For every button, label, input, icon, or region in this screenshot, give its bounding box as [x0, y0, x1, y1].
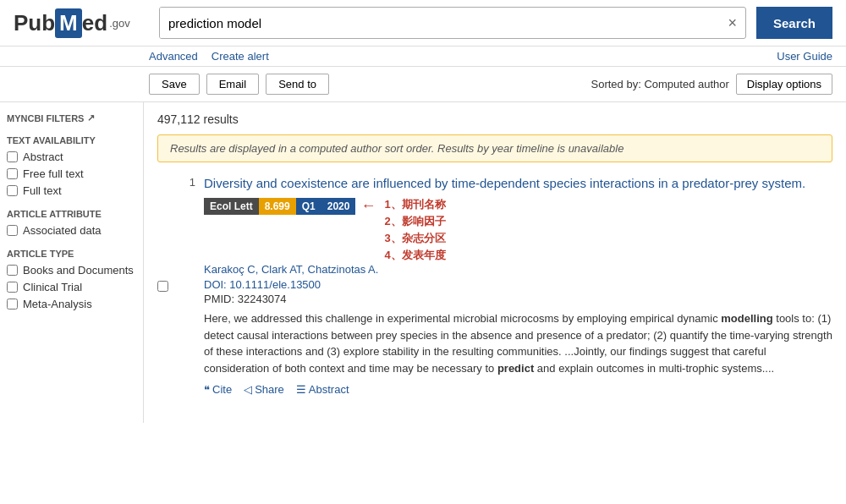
article-checkbox[interactable] — [157, 177, 168, 396]
sidebar-item-associated-data[interactable]: Associated data — [7, 224, 136, 237]
badge-year: 2020 — [321, 198, 356, 215]
clinical-trial-label: Clinical Trial — [23, 281, 82, 293]
display-options-button[interactable]: Display options — [736, 74, 832, 95]
search-input[interactable] — [160, 8, 719, 38]
sidebar: MYNCBI FILTERS ↗ TEXT AVAILABILITY Abstr… — [0, 102, 144, 423]
sub-header: Advanced Create alert User Guide — [0, 47, 846, 66]
annotation-3: 3、杂志分区 — [384, 231, 445, 246]
article-abstract: Here, we addressed this challenge in exp… — [204, 310, 832, 376]
logo-gov: .gov — [109, 17, 130, 30]
send-to-button[interactable]: Send to — [266, 74, 329, 95]
bold-modelling: modelling — [721, 312, 772, 325]
meta-analysis-checkbox[interactable] — [7, 299, 18, 310]
myncbi-filters-title: MYNCBI FILTERS ↗ — [7, 112, 136, 123]
notice-banner: Results are displayed in a computed auth… — [157, 134, 832, 162]
sidebar-item-books-documents[interactable]: Books and Documents — [7, 264, 136, 277]
cite-icon: ❝ — [204, 383, 210, 396]
annotation-1: 1、期刊名称 — [384, 197, 445, 212]
toolbar: Save Email Send to Sorted by: Computed a… — [0, 66, 846, 102]
badges-annotation-row: Ecol Lett 8.699 Q1 2020 ← 1、期刊名称 2、影响因子 … — [204, 197, 832, 263]
article-body: Diversity and coexistence are influenced… — [204, 174, 832, 396]
save-button[interactable]: Save — [149, 74, 200, 95]
arrow-icon: ← — [360, 197, 376, 215]
badge-quartile: Q1 — [296, 198, 321, 215]
cite-link[interactable]: ❝ Cite — [204, 383, 232, 396]
annotation-2: 2、影响因子 — [384, 214, 445, 229]
logo-pub: Pub — [14, 10, 55, 36]
logo: PubMed.gov — [14, 8, 149, 38]
sidebar-item-meta-analysis[interactable]: Meta-Analysis — [7, 298, 136, 310]
books-documents-label: Books and Documents — [23, 264, 134, 277]
abstract-label: Abstract — [23, 151, 63, 163]
share-link[interactable]: ◁ Share — [244, 383, 284, 396]
external-link-icon: ↗ — [87, 112, 95, 123]
logo-med-box: M — [55, 8, 82, 38]
article-item: 1 Diversity and coexistence are influenc… — [157, 174, 832, 396]
clinical-trial-checkbox[interactable] — [7, 282, 18, 293]
logo-rest: ed — [82, 10, 107, 36]
search-button[interactable]: Search — [756, 7, 832, 39]
article-type-title: ARTICLE TYPE — [7, 249, 136, 259]
user-guide-link[interactable]: User Guide — [777, 50, 832, 63]
free-full-text-checkbox[interactable] — [7, 168, 18, 179]
full-text-label: Full text — [23, 184, 62, 197]
create-alert-link[interactable]: Create alert — [212, 50, 269, 63]
article-title[interactable]: Diversity and coexistence are influenced… — [204, 174, 832, 192]
annotation-group: 1、期刊名称 2、影响因子 3、杂志分区 4、发表年度 — [384, 197, 445, 263]
share-label: Share — [255, 383, 284, 396]
badges: Ecol Lett 8.699 Q1 2020 ← — [204, 197, 376, 215]
meta-analysis-label: Meta-Analysis — [23, 298, 92, 310]
main: MYNCBI FILTERS ↗ TEXT AVAILABILITY Abstr… — [0, 102, 846, 423]
books-documents-checkbox[interactable] — [7, 265, 18, 276]
full-text-checkbox[interactable] — [7, 185, 18, 196]
abstract-checkbox[interactable] — [7, 151, 18, 162]
cite-label: Cite — [212, 383, 232, 396]
annotation-4: 4、发表年度 — [384, 248, 445, 263]
article-authors[interactable]: Karakoç C, Clark AT, Chatzinotas A. — [204, 263, 832, 276]
sort-label: Sorted by: Computed author — [591, 78, 729, 90]
sidebar-item-full-text[interactable]: Full text — [7, 184, 136, 197]
sidebar-item-free-full-text[interactable]: Free full text — [7, 167, 136, 180]
header: PubMed.gov × Search — [0, 0, 846, 47]
advanced-link[interactable]: Advanced — [149, 50, 198, 63]
sidebar-item-abstract[interactable]: Abstract — [7, 151, 136, 163]
abstract-link[interactable]: ☰ Abstract — [296, 383, 349, 396]
text-availability-title: TEXT AVAILABILITY — [7, 135, 136, 145]
email-button[interactable]: Email — [206, 74, 260, 95]
associated-data-checkbox[interactable] — [7, 225, 18, 236]
associated-data-label: Associated data — [23, 224, 102, 237]
search-bar: × — [159, 7, 746, 39]
article-pmid: PMID: 32243074 — [204, 293, 832, 305]
content: 497,112 results Results are displayed in… — [144, 102, 846, 423]
results-count: 497,112 results — [157, 112, 832, 126]
share-icon: ◁ — [244, 383, 252, 396]
abstract-label: Abstract — [309, 383, 349, 396]
article-doi[interactable]: DOI: 10.1111/ele.13500 — [204, 278, 832, 291]
article-actions: ❝ Cite ◁ Share ☰ Abstract — [204, 383, 832, 396]
badge-journal: Ecol Lett — [204, 198, 259, 215]
article-number: 1 — [177, 174, 195, 396]
badge-impact-factor: 8.699 — [259, 198, 296, 215]
sidebar-item-clinical-trial[interactable]: Clinical Trial — [7, 281, 136, 293]
clear-button[interactable]: × — [719, 14, 745, 32]
abstract-icon: ☰ — [296, 383, 306, 396]
article-attribute-title: ARTICLE ATTRIBUTE — [7, 209, 136, 219]
bold-predict: predict — [497, 362, 534, 375]
free-full-text-label: Free full text — [23, 167, 84, 180]
